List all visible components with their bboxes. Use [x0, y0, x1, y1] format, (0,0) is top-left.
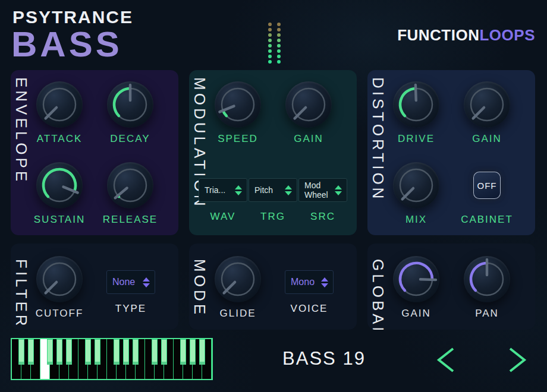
src-dropdown-label: SRC	[310, 211, 335, 223]
logo-part2: LOOPS	[479, 26, 535, 44]
black-key[interactable]	[190, 339, 196, 365]
pan-knob-cell: PAN	[451, 256, 523, 320]
src-dropdown-cell: Mod Wheel SRC	[298, 178, 347, 223]
release-knob-cell: RELEASE	[95, 162, 166, 226]
knob-indicator	[36, 81, 83, 128]
black-key[interactable]	[18, 339, 24, 365]
voice-cell: Mono VOICE	[285, 270, 334, 315]
dist-gain-knob[interactable]	[464, 81, 510, 128]
preset-name: BASS 19	[250, 348, 398, 369]
meter-dot	[277, 44, 281, 48]
src-dropdown[interactable]: Mod Wheel	[298, 178, 347, 202]
release-knob-label: RELEASE	[103, 214, 158, 226]
black-key[interactable]	[47, 339, 53, 365]
keyboard[interactable]	[11, 338, 213, 380]
sustain-knob-cell: SUSTAIN	[24, 162, 95, 226]
voice-dropdown-value: Mono	[291, 277, 315, 287]
mode-panel: MODE GLIDE Mono VOICE	[189, 244, 357, 330]
mix-knob-cell: MIX	[381, 162, 452, 226]
knob-indicator	[464, 81, 510, 128]
attack-knob[interactable]	[36, 81, 83, 128]
black-key[interactable]	[161, 339, 167, 365]
trg-dropdown[interactable]: Pitch	[249, 178, 297, 202]
mod-gain-knob[interactable]	[285, 81, 332, 128]
voice-label: VOICE	[291, 303, 328, 315]
meter-dot	[268, 28, 272, 31]
speed-knob-cell: SPEED	[202, 81, 274, 145]
global-gain-knob-cell: GAIN	[381, 256, 452, 320]
plugin-title-line2: BASS	[11, 24, 122, 65]
release-knob[interactable]	[107, 162, 153, 208]
prev-preset-button[interactable]	[434, 346, 458, 374]
updown-arrows-icon	[143, 277, 150, 287]
level-meter-dots-icon	[268, 23, 281, 64]
meter-dot	[268, 39, 272, 42]
drive-knob-cell: DRIVE	[381, 81, 452, 145]
black-key[interactable]	[114, 339, 120, 365]
cabinet-label: CABINET	[461, 214, 513, 226]
meter-dot	[268, 55, 272, 58]
knob-indicator	[393, 81, 439, 128]
cutoff-knob-label: CUTOFF	[36, 308, 84, 320]
black-key[interactable]	[95, 339, 100, 365]
knob-indicator	[393, 162, 439, 208]
filter-type-value: None	[112, 277, 135, 287]
meter-dot	[268, 33, 272, 37]
updown-arrows-icon	[335, 185, 342, 195]
decay-knob-cell: DECAY	[95, 81, 166, 145]
meter-dot	[277, 33, 281, 37]
decay-knob[interactable]	[107, 81, 153, 128]
glide-knob-label: GLIDE	[219, 308, 256, 320]
updown-arrows-icon	[235, 185, 242, 195]
filter-type-label: TYPE	[115, 303, 146, 315]
chevron-left-icon	[439, 349, 453, 371]
src-dropdown-value: Mod Wheel	[304, 181, 335, 200]
knob-indicator	[285, 81, 332, 128]
black-key[interactable]	[180, 339, 186, 365]
global-gain-knob[interactable]	[393, 256, 439, 302]
meter-dot	[277, 23, 281, 26]
speed-knob-label: SPEED	[218, 133, 258, 145]
meter-dot	[277, 39, 281, 42]
logo-part1: FUNCTION	[397, 26, 479, 44]
sustain-knob[interactable]	[36, 162, 83, 208]
cabinet-button-wrap: OFF	[473, 162, 501, 208]
cutoff-knob[interactable]	[36, 256, 83, 302]
speed-knob[interactable]	[215, 81, 261, 128]
mix-knob[interactable]	[393, 162, 439, 208]
functionloops-logo: FUNCTIONLOOPS	[397, 26, 535, 45]
wav-dropdown-label: WAV	[210, 211, 236, 223]
global-gain-knob-label: GAIN	[401, 308, 431, 320]
trg-dropdown-value: Pitch	[254, 185, 273, 195]
attack-knob-label: ATTACK	[37, 133, 83, 145]
chevron-right-icon	[510, 349, 524, 371]
black-key[interactable]	[152, 339, 158, 365]
global-panel: GLOBAL GAIN PAN	[367, 244, 535, 330]
meter-dot	[268, 49, 272, 53]
black-key[interactable]	[199, 339, 205, 365]
drive-knob[interactable]	[393, 81, 439, 128]
black-key[interactable]	[123, 339, 129, 365]
updown-arrows-icon	[321, 277, 328, 287]
filter-type-dropdown[interactable]: None	[106, 270, 155, 294]
attack-knob-cell: ATTACK	[24, 81, 95, 145]
next-preset-button[interactable]	[505, 346, 529, 374]
black-key[interactable]	[56, 339, 62, 365]
wav-dropdown[interactable]: Tria...	[199, 178, 247, 202]
black-key[interactable]	[85, 339, 91, 365]
wav-dropdown-value: Tria...	[205, 185, 225, 195]
envelope-panel: ENVELOPE ATTACK DECAY SUSTAIN RELEASE	[11, 70, 178, 235]
glide-knob[interactable]	[215, 256, 261, 302]
pan-knob[interactable]	[464, 256, 510, 302]
pan-knob-label: PAN	[475, 308, 499, 320]
black-key[interactable]	[133, 339, 139, 365]
knob-indicator	[107, 162, 153, 208]
mod-gain-knob-cell: GAIN	[273, 81, 344, 145]
black-key[interactable]	[66, 339, 72, 365]
cutoff-knob-cell: CUTOFF	[24, 256, 95, 320]
mix-knob-label: MIX	[405, 214, 427, 226]
cabinet-off-button[interactable]: OFF	[473, 172, 501, 199]
black-key[interactable]	[28, 339, 34, 365]
meter-dot	[277, 55, 281, 58]
voice-dropdown[interactable]: Mono	[285, 270, 334, 294]
